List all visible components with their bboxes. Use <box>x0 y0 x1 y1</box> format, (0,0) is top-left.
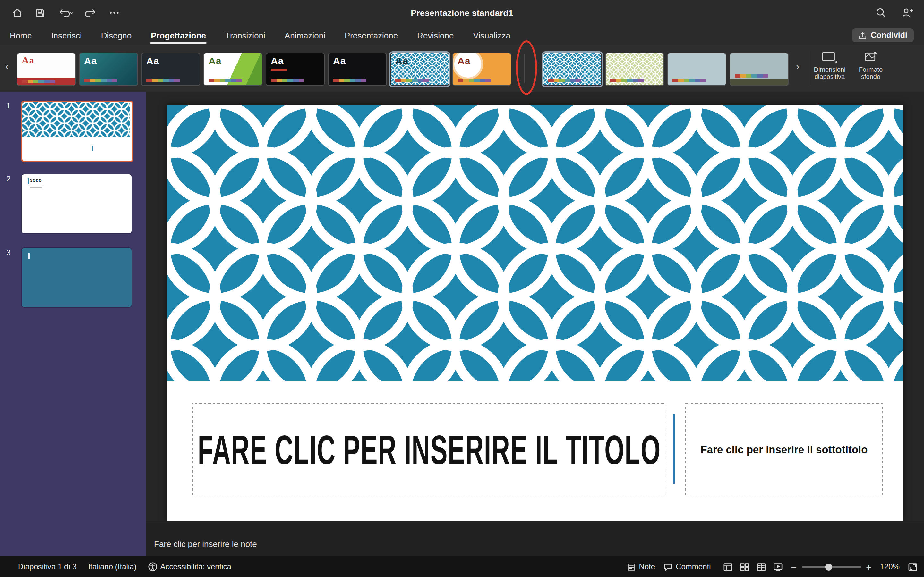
comments-icon <box>664 562 672 571</box>
tab-animazioni[interactable]: Animazioni <box>275 26 335 45</box>
slide-thumbnail-2[interactable]: DDDD <box>21 174 132 234</box>
format-background-label: Formato sfondo <box>852 66 889 80</box>
gallery-scroll-right-icon[interactable]: › <box>793 60 802 73</box>
slide1-pattern-preview <box>23 102 129 137</box>
slide-number-3: 3 <box>6 249 11 256</box>
tab-transizioni[interactable]: Transizioni <box>216 26 275 45</box>
slide2-mini-title: DDDD <box>29 179 42 183</box>
slide3-text-cursor <box>28 253 29 259</box>
zoom-slider[interactable] <box>802 562 861 571</box>
comments-toggle[interactable]: Commenti <box>664 562 711 571</box>
notes-toggle[interactable]: Note <box>627 562 655 571</box>
document-title: Presentazione standard1 <box>0 0 924 26</box>
notes-pane[interactable]: Fare clic per inserire le note <box>146 521 924 557</box>
theme-aa-label: Aa <box>457 55 470 66</box>
status-left: Diapositiva 1 di 3 Italiano (Italia) Acc… <box>18 556 231 577</box>
theme-aa-label: Aa <box>395 55 408 66</box>
zoom-level[interactable]: 120% <box>880 562 900 571</box>
slide-size-button[interactable]: Dimensioni diapositiva <box>811 51 848 80</box>
language-indicator[interactable]: Italiano (Italia) <box>88 562 137 571</box>
theme-palette <box>395 79 429 82</box>
title-subtitle-divider <box>673 414 675 484</box>
slide-number-2: 2 <box>6 175 11 183</box>
share-button[interactable]: Condividi <box>852 28 914 42</box>
theme-thumbnail-3[interactable]: Aa <box>141 53 200 86</box>
theme-thumbnail-6[interactable]: Aa <box>328 53 387 86</box>
comments-toggle-label: Commenti <box>676 562 711 571</box>
powerpoint-window: Presentazione standard1 Home Inserisci D… <box>0 0 924 577</box>
titlebar: Presentazione standard1 <box>0 0 924 26</box>
theme-aa-label: Aa <box>22 55 34 66</box>
share-button-label: Condividi <box>871 31 907 40</box>
theme-thumbnail-7-selected[interactable]: Aa <box>390 53 449 86</box>
variant-thumbnail-4[interactable] <box>730 53 788 86</box>
notes-placeholder-text: Fare clic per inserire le note <box>154 539 257 549</box>
theme-thumbnail-1[interactable]: Aa <box>17 53 76 86</box>
theme-aa-label: Aa <box>271 55 284 66</box>
variant-thumbnail-2[interactable] <box>605 53 664 86</box>
variant-thumbnail-1-selected[interactable] <box>543 53 602 86</box>
slide-number-1: 1 <box>6 102 11 110</box>
variant-palette <box>610 79 644 82</box>
notes-toggle-label: Note <box>639 562 655 571</box>
subtitle-placeholder[interactable]: Fare clic per inserire il sottotitolo <box>685 403 883 496</box>
slide-counter: Diapositiva 1 di 3 <box>18 562 77 571</box>
theme-aa-label: Aa <box>333 55 346 66</box>
theme-palette <box>333 79 367 82</box>
status-bar: Diapositiva 1 di 3 Italiano (Italia) Acc… <box>0 556 924 577</box>
theme-palette <box>84 79 118 82</box>
theme-thumbnail-2[interactable]: Aa <box>79 53 138 86</box>
gallery-scroll-left-icon[interactable]: ‹ <box>3 60 11 73</box>
zoom-out-icon[interactable]: − <box>791 562 797 572</box>
theme-palette <box>271 79 304 82</box>
zoom-in-icon[interactable]: + <box>866 562 872 572</box>
variant-thumbnail-3[interactable] <box>667 53 726 86</box>
fit-slide-to-window-icon[interactable] <box>908 562 918 571</box>
tab-inserisci[interactable]: Inserisci <box>41 26 91 45</box>
accessibility-status[interactable]: Accessibilità: verifica <box>148 562 231 571</box>
variant-palette <box>548 79 582 82</box>
zoom-slider-knob[interactable] <box>825 563 832 570</box>
theme-palette <box>457 79 491 82</box>
normal-view-icon[interactable] <box>723 562 733 571</box>
slide2-mini-textline <box>29 187 42 188</box>
slideshow-view-icon[interactable] <box>773 562 783 571</box>
slide-size-label: Dimensioni diapositiva <box>811 66 848 80</box>
slide-thumbnail-1[interactable] <box>21 101 134 162</box>
titlebar-right-controls <box>875 0 914 26</box>
theme-aa-label: Aa <box>84 55 97 66</box>
accessibility-label: Accessibilità: verifica <box>160 562 231 571</box>
theme-aa-label: Aa <box>146 55 159 66</box>
variant-palette <box>672 79 706 82</box>
tab-disegno[interactable]: Disegno <box>91 26 141 45</box>
tab-progettazione[interactable]: Progettazione <box>141 26 216 45</box>
theme-palette <box>146 79 180 82</box>
search-icon[interactable] <box>875 7 887 19</box>
theme-thumbnail-4[interactable]: Aa <box>204 53 262 86</box>
account-icon[interactable] <box>901 7 914 19</box>
gallery-commands-separator <box>810 51 811 86</box>
reading-view-icon[interactable] <box>756 562 766 571</box>
variant-palette <box>735 74 768 77</box>
slide-sorter-view-icon[interactable] <box>740 562 750 571</box>
slide-thumbnail-3[interactable] <box>21 247 132 308</box>
tab-home[interactable]: Home <box>0 26 41 45</box>
theme-thumbnail-5[interactable]: Aa <box>266 53 325 86</box>
theme-palette <box>208 79 242 82</box>
slide2-text-cursor <box>27 178 29 184</box>
tab-presentazione[interactable]: Presentazione <box>335 26 407 45</box>
theme-thumbnail-8[interactable]: Aa <box>452 53 511 86</box>
slide-canvas[interactable]: FARE CLIC PER INSERIRE IL TITOLO Fare cl… <box>167 105 903 521</box>
status-right: Note Commenti <box>627 556 918 577</box>
notes-icon <box>627 562 636 571</box>
tab-revisione[interactable]: Revisione <box>407 26 463 45</box>
format-background-button[interactable]: Formato sfondo <box>852 51 889 80</box>
design-gallery: ‹ Aa Aa Aa Aa Aa Aa <box>0 45 924 92</box>
ribbon-tabs: Home Inserisci Disegno Progettazione Tra… <box>0 26 924 45</box>
subtitle-placeholder-text: Fare clic per inserire il sottotitolo <box>701 444 868 456</box>
tab-visualizza[interactable]: Visualizza <box>463 26 520 45</box>
title-placeholder-text: FARE CLIC PER INSERIRE IL TITOLO <box>197 426 660 474</box>
slide-pattern-graphic <box>167 105 903 382</box>
accessibility-icon <box>148 562 157 571</box>
title-placeholder[interactable]: FARE CLIC PER INSERIRE IL TITOLO <box>192 403 666 496</box>
